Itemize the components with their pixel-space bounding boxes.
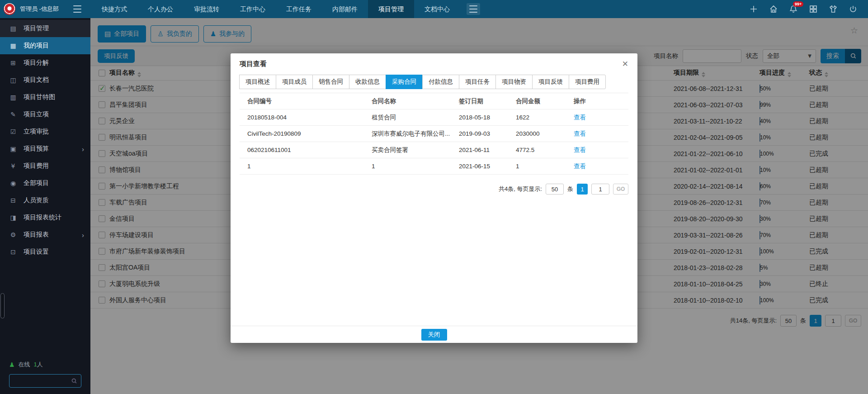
sidebar-item[interactable]: ☑ 立项审批 ›: [0, 123, 90, 140]
modal-tab[interactable]: 付款信息: [422, 75, 459, 89]
modal-tab[interactable]: 采购合同: [386, 75, 423, 89]
close-icon[interactable]: ✕: [622, 59, 628, 68]
contract-code-cell: 20180518-004: [240, 114, 372, 121]
chevron-right-icon: ›: [82, 231, 84, 239]
theme-shirt-icon[interactable]: [828, 4, 838, 14]
sidebar-search-input[interactable]: [13, 378, 71, 385]
sidebar-item[interactable]: ◫ 项目文档 ›: [0, 71, 90, 89]
contract-code-cell: CivilTech-20190809: [240, 130, 372, 137]
notification-badge: 99+: [793, 1, 803, 7]
modal-tab[interactable]: 项目反馈: [532, 75, 569, 89]
contract-code-cell: 0620210611001: [240, 147, 372, 153]
sidebar-item[interactable]: ▥ 项目甘特图 ›: [0, 89, 90, 106]
modal-tab[interactable]: 销售合同: [312, 75, 349, 89]
contract-row: 1 1 2021-06-15 1 查看: [240, 158, 628, 175]
nav-menu-item[interactable]: 工作任务: [276, 0, 322, 18]
main-menu: 快捷方式 个人办公 审批流转 工作中心 工作任务 内部邮件 项目管理 文档中心: [91, 0, 460, 18]
sidebar-item-label: 项目费用: [24, 162, 49, 170]
page-size-input[interactable]: [546, 184, 564, 195]
sidebar-item-label: 项目报表统计: [24, 214, 61, 222]
sidebar-item[interactable]: ◨ 项目报表统计 ›: [0, 209, 90, 226]
id-card-icon: ⊟: [9, 197, 17, 204]
search-icon[interactable]: [71, 378, 77, 384]
home-icon[interactable]: [769, 4, 778, 14]
contract-date-cell: 2021-06-11: [459, 147, 516, 153]
sidebar-item[interactable]: ⚙ 项目报表 ›: [0, 226, 90, 243]
sidebar-item-label: 项目甘特图: [24, 93, 55, 101]
view-link[interactable]: 查看: [574, 163, 586, 170]
notifications-bell-icon[interactable]: 99+: [788, 4, 798, 14]
modal-tab[interactable]: 项目成员: [276, 75, 313, 89]
modal-tab[interactable]: 项目任务: [459, 75, 496, 89]
sidebar-item[interactable]: ▤ 项目管理 ›: [0, 20, 90, 37]
power-logout-icon[interactable]: [848, 4, 858, 14]
contract-amount-cell: 1: [516, 163, 574, 170]
goto-page-input[interactable]: [591, 184, 609, 195]
modal-tab[interactable]: 项目概述: [239, 75, 276, 89]
modal-tab[interactable]: 收款信息: [349, 75, 386, 89]
notebook-icon: ▤: [9, 25, 17, 32]
sidebar-item[interactable]: ⊞ 项目分解 ›: [0, 54, 90, 71]
current-page-button[interactable]: 1: [577, 184, 588, 195]
contracts-table-header: 合同编号 合同名称 签订日期 合同金额 操作: [240, 93, 628, 109]
chevron-right-icon: ›: [82, 145, 84, 153]
sidebar-item[interactable]: ▣ 项目预算 ›: [0, 140, 90, 157]
close-modal-button[interactable]: 关闭: [421, 329, 447, 341]
sidebar-item-label: 全部项目: [24, 179, 49, 187]
view-link[interactable]: 查看: [574, 114, 586, 121]
globe-icon: ◉: [9, 180, 17, 187]
column-header-amount: 合同金额: [516, 97, 574, 105]
sidebar-item[interactable]: ▦ 我的项目 ›: [0, 37, 90, 54]
nav-menu-item[interactable]: 文档中心: [414, 0, 460, 18]
sidebar-item-label: 项目文档: [24, 76, 49, 84]
folder-gear-icon: ⊡: [9, 248, 17, 256]
sidebar-item[interactable]: ✎ 项目立项 ›: [0, 106, 90, 123]
view-link[interactable]: 查看: [574, 147, 586, 153]
sidebar-item-label: 立项审批: [24, 128, 49, 136]
building-icon: ▦: [9, 42, 17, 49]
sidebar-collapse-handle[interactable]: [0, 293, 5, 318]
nav-menu-item[interactable]: 内部邮件: [322, 0, 368, 18]
gear-icon: ⚙: [9, 231, 17, 238]
sidebar-menu: ▤ 项目管理 › ▦ 我的项目 › ⊞ 项目分解 › ◫ 项目文档 ›: [0, 18, 90, 261]
nav-menu-item[interactable]: 快捷方式: [91, 0, 137, 18]
contract-name-cell: 1: [372, 163, 459, 170]
contracts-table: 合同编号 合同名称 签订日期 合同金额 操作 20180518-004 租赁合同…: [240, 93, 628, 175]
sidebar-footer: ♟ 在线 1人: [0, 361, 90, 388]
modal-title: 项目查看: [240, 60, 267, 68]
apps-grid-icon[interactable]: [808, 4, 818, 14]
document-icon: ◫: [9, 76, 17, 84]
go-button[interactable]: GO: [613, 184, 628, 195]
modal-tab[interactable]: 项目物资: [495, 75, 533, 89]
menu-toggle-icon[interactable]: [71, 5, 83, 14]
contract-date-cell: 2021-06-15: [459, 163, 516, 170]
sidebar-item-label: 项目管理: [24, 24, 49, 33]
modal-tab[interactable]: 项目费用: [569, 75, 606, 89]
sidebar-item[interactable]: ⊡ 项目设置 ›: [0, 243, 90, 261]
sidebar-item[interactable]: ⊟ 人员资质 ›: [0, 192, 90, 209]
modal-tabs: 项目概述 项目成员 销售合同 收款信息 采购合同 付款信息 项目任务 项目物资 …: [240, 75, 628, 89]
contract-row: 20180518-004 租赁合同 2018-05-18 1622 查看: [240, 109, 628, 126]
contract-amount-cell: 1622: [516, 114, 574, 121]
nav-menu-item[interactable]: 工作中心: [230, 0, 276, 18]
check-square-icon: ☑: [9, 128, 17, 135]
pagination-unit: 条: [567, 185, 573, 193]
column-header-code: 合同编号: [240, 97, 372, 105]
view-link[interactable]: 查看: [574, 130, 586, 137]
nav-menu-item[interactable]: 项目管理: [368, 0, 414, 18]
nav-menu-item[interactable]: 个人办公: [137, 0, 184, 18]
column-header-date: 签订日期: [459, 97, 516, 105]
modal-header: 项目查看 ✕: [231, 53, 637, 73]
nav-menu-item[interactable]: 审批流转: [184, 0, 230, 18]
online-unit: 人: [37, 361, 43, 368]
sidebar-item-label: 项目报表: [24, 231, 49, 239]
contract-code-cell: 1: [240, 163, 372, 170]
sidebar-item[interactable]: ¥ 项目费用 ›: [0, 157, 90, 175]
more-menus-icon[interactable]: [467, 3, 480, 15]
report-stats-icon: ◨: [9, 214, 17, 221]
sitemap-icon: ⊞: [9, 59, 17, 66]
contract-date-cell: 2018-05-18: [459, 114, 516, 121]
plus-icon[interactable]: [749, 4, 759, 14]
sidebar-item[interactable]: ◉ 全部项目 ›: [0, 175, 90, 192]
sidebar-item-label: 人员资质: [24, 196, 49, 204]
